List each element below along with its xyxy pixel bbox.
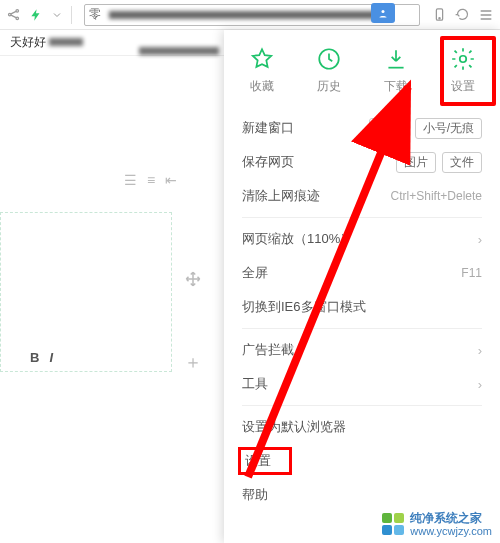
page-background: ☰ ≡ ⇤ B I ＋ (0, 56, 224, 543)
menu-label: 切换到IE6多窗口模式 (242, 298, 366, 316)
outdent-icon[interactable]: ⇤ (165, 172, 177, 188)
star-icon (249, 46, 275, 72)
shortcut-text: Ctrl+Shift+Delete (391, 189, 482, 203)
svg-point-5 (439, 18, 440, 19)
add-icon[interactable]: ＋ (184, 350, 202, 374)
bolt-icon[interactable] (29, 8, 43, 22)
chevron-right-icon: › (478, 377, 482, 392)
italic-button[interactable]: I (49, 350, 53, 365)
svg-point-7 (459, 56, 466, 63)
menu-label: 网页缩放（110%） (242, 230, 353, 248)
url-prefix: 零 (89, 6, 103, 23)
watermark-url: www.ycwjzy.com (410, 525, 492, 537)
chevron-right-icon: › (478, 232, 482, 247)
quick-favorites[interactable]: 收藏 (234, 46, 290, 95)
watermark-title: 纯净系统之家 (410, 512, 492, 525)
quick-label: 设置 (451, 78, 475, 95)
gear-icon (450, 46, 476, 72)
pill-incognito[interactable]: 小号/无痕 (415, 118, 482, 139)
chevron-down-icon[interactable] (51, 9, 63, 21)
tab-item-1[interactable]: 天好好 (10, 34, 46, 51)
menu-adblock[interactable]: 广告拦截 › (224, 333, 500, 367)
shortcut-text: F11 (461, 266, 482, 280)
menu-fullscreen[interactable]: 全屏 F11 (224, 256, 500, 290)
menu-tools[interactable]: 工具 › (224, 367, 500, 401)
menu-new-window[interactable]: 新建窗口 普通 小号/无痕 (224, 111, 500, 145)
quick-label: 下载 (384, 78, 408, 95)
divider (242, 328, 482, 329)
menu-settings[interactable]: 设置 (224, 444, 500, 478)
menu-label: 帮助 (242, 486, 268, 504)
svg-point-2 (16, 17, 19, 20)
menu-label: 设置 (245, 452, 271, 470)
editor-selection (0, 212, 172, 372)
menu-label: 广告拦截 (242, 341, 294, 359)
quick-downloads[interactable]: 下载 (368, 46, 424, 95)
watermark: 纯净系统之家 www.ycwjzy.com (382, 512, 492, 537)
quick-label: 历史 (317, 78, 341, 95)
svg-point-1 (16, 10, 19, 13)
numbered-list-icon[interactable]: ≡ (147, 172, 155, 188)
menu-label: 设置为默认浏览器 (242, 418, 346, 436)
svg-point-3 (382, 10, 385, 13)
share-icon[interactable] (6, 7, 21, 22)
mobile-icon[interactable] (432, 7, 447, 22)
menu-label: 工具 (242, 375, 268, 393)
menu-clear-trace[interactable]: 清除上网痕迹 Ctrl+Shift+Delete (224, 179, 500, 213)
menu-label: 清除上网痕迹 (242, 187, 320, 205)
main-menu-panel: 收藏 历史 下载 设置 新建窗口 普通 小号/无痕 保存网页 图片 文件 (224, 30, 500, 543)
clock-icon (316, 46, 342, 72)
divider (242, 217, 482, 218)
quick-settings[interactable]: 设置 (435, 46, 491, 95)
download-icon (383, 46, 409, 72)
list-icon[interactable]: ☰ (124, 172, 137, 188)
quick-label: 收藏 (250, 78, 274, 95)
divider (242, 405, 482, 406)
reload-icon[interactable] (455, 7, 470, 22)
url-input[interactable]: 零 (84, 4, 420, 26)
chevron-right-icon: › (478, 343, 482, 358)
menu-ie6[interactable]: 切换到IE6多窗口模式 (224, 290, 500, 324)
menu-label: 全屏 (242, 264, 268, 282)
pill-image[interactable]: 图片 (396, 152, 436, 173)
menu-help[interactable]: 帮助 (224, 478, 500, 512)
profile-badge[interactable] (371, 3, 395, 23)
pill-file[interactable]: 文件 (442, 152, 482, 173)
pill-normal[interactable]: 普通 (369, 118, 409, 139)
svg-point-0 (9, 13, 12, 16)
menu-label: 新建窗口 (242, 119, 294, 137)
menu-save-page[interactable]: 保存网页 图片 文件 (224, 145, 500, 179)
menu-set-default[interactable]: 设置为默认浏览器 (224, 410, 500, 444)
bold-button[interactable]: B (30, 350, 39, 365)
menu-zoom[interactable]: 网页缩放（110%） › (224, 222, 500, 256)
quick-history[interactable]: 历史 (301, 46, 357, 95)
move-icon[interactable] (184, 270, 202, 291)
watermark-logo (382, 513, 404, 535)
menu-icon[interactable] (478, 7, 494, 23)
menu-label: 保存网页 (242, 153, 294, 171)
